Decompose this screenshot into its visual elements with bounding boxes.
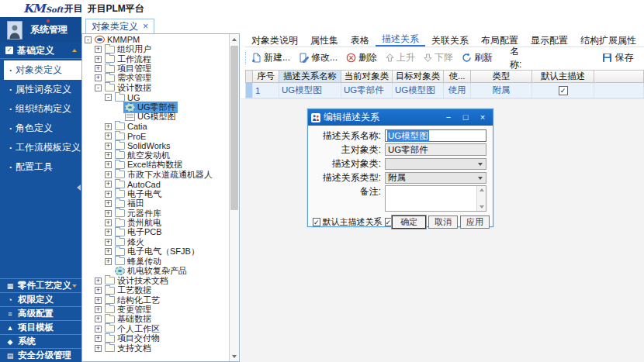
tree-item[interactable]: 设计数据 xyxy=(82,83,229,92)
tree-toggle-icon[interactable] xyxy=(95,65,102,72)
config-tab[interactable]: 表格 xyxy=(345,34,376,47)
tree-node[interactable]: UG模型图 xyxy=(123,111,178,122)
column-header-current-class[interactable]: 当前对象类 xyxy=(341,70,393,83)
tree-toggle-icon[interactable] xyxy=(95,297,102,304)
delete-button[interactable]: 删除 xyxy=(346,51,377,64)
sidebar-item[interactable]: 工作流模板定义 xyxy=(0,138,81,157)
sidebar-section[interactable]: 项目模板 xyxy=(0,320,81,334)
tree-toggle-icon[interactable] xyxy=(105,219,112,226)
tree-toggle-icon[interactable] xyxy=(105,94,112,101)
tree-item[interactable]: 组织用户 xyxy=(82,44,229,53)
sidebar-section[interactable]: 权限定义 xyxy=(0,292,81,306)
tree-toggle-icon[interactable] xyxy=(115,104,122,111)
save-button[interactable]: 保存 xyxy=(602,51,633,64)
tree-toggle-icon[interactable] xyxy=(105,267,112,274)
tree-toggle-icon[interactable] xyxy=(115,113,122,120)
tree-toggle-icon[interactable] xyxy=(95,56,102,63)
tree-toggle-icon[interactable] xyxy=(105,123,112,130)
tree-toggle-icon[interactable] xyxy=(95,345,102,352)
column-header-relation-name[interactable]: 描述关系名称 xyxy=(279,70,341,83)
tree-toggle-icon[interactable] xyxy=(105,248,112,255)
config-tab[interactable]: 显示配置 xyxy=(525,34,574,47)
tree-node[interactable]: ProE xyxy=(113,132,147,141)
tree-toggle-icon[interactable] xyxy=(105,171,112,178)
scroll-up-icon[interactable] xyxy=(230,34,239,44)
sidebar-item[interactable]: 属性词条定义 xyxy=(0,80,81,99)
name-filter-input[interactable] xyxy=(525,51,602,65)
ok-button[interactable]: 确定 xyxy=(392,215,426,229)
config-tab[interactable]: 关联关系 xyxy=(425,34,475,47)
tree-toggle-icon[interactable] xyxy=(95,84,102,91)
sidebar-section[interactable]: 系统 xyxy=(0,334,81,348)
config-tab[interactable]: 结构扩展属性 xyxy=(574,34,642,47)
user-avatar[interactable] xyxy=(7,21,23,40)
table-row[interactable]: 1 UG模型图 UG零部件 UG模型图 使用 附属 xyxy=(245,83,644,98)
tree-toggle-icon[interactable] xyxy=(105,210,112,217)
tab-object-class-definition[interactable]: 对象类定义 × xyxy=(85,19,154,33)
default-main-relation-checkbox[interactable] xyxy=(313,218,320,226)
minimize-icon[interactable]: − xyxy=(440,110,457,125)
tree-toggle-icon[interactable] xyxy=(105,181,112,188)
scroll-down-icon[interactable] xyxy=(230,351,239,361)
sidebar-item[interactable]: 配置工具 xyxy=(0,157,81,177)
sidebar-item[interactable]: 对象类定义 xyxy=(4,60,81,80)
tree-toggle-icon[interactable] xyxy=(105,191,112,198)
tree-node[interactable]: 市政下水道疏通机器人 xyxy=(113,169,214,181)
relation-name-input[interactable]: UG模型图 xyxy=(385,129,486,142)
sidebar-item[interactable]: 角色定义 xyxy=(0,119,81,138)
tree-toggle-icon[interactable] xyxy=(95,46,102,53)
tree-item[interactable]: UG模型图 xyxy=(82,112,229,122)
scrollbar-thumb[interactable] xyxy=(230,46,238,210)
maximize-icon[interactable]: □ xyxy=(457,110,474,125)
tree-item[interactable]: 设计技术文档 xyxy=(82,276,229,285)
tree-item[interactable]: 工作流程 xyxy=(82,54,229,64)
tree-toggle-icon[interactable] xyxy=(95,306,102,313)
secondary-checkbox[interactable] xyxy=(385,218,393,226)
default-main-checkbox[interactable] xyxy=(559,86,568,95)
tree-item[interactable]: 项目交付物 xyxy=(82,334,229,343)
row-selector-cell[interactable] xyxy=(245,83,253,98)
tree-toggle-icon[interactable] xyxy=(105,239,112,246)
column-header-usage[interactable]: 使... xyxy=(444,70,471,83)
sidebar-section[interactable]: 零件工艺定义 xyxy=(0,278,81,292)
remark-textarea[interactable] xyxy=(385,185,486,212)
modify-button[interactable]: 修改... xyxy=(299,51,338,64)
tree-toggle-icon[interactable] xyxy=(95,326,102,333)
close-icon[interactable]: × xyxy=(474,110,491,125)
refresh-button[interactable]: 刷新 xyxy=(462,51,493,64)
tree-toggle-icon[interactable] xyxy=(105,143,112,150)
remark-scrollbar[interactable] xyxy=(476,186,486,211)
move-down-button[interactable]: 下降 xyxy=(424,51,453,64)
column-header-seq[interactable]: 序号 xyxy=(253,70,279,83)
sidebar-item[interactable]: 组织结构定义 xyxy=(0,99,81,119)
tree-toggle-icon[interactable] xyxy=(95,287,102,294)
sidebar-section-base-definition[interactable]: ✓ 基础定义 xyxy=(0,43,81,59)
tree-scrollbar[interactable] xyxy=(229,34,239,361)
scroll-down-icon[interactable] xyxy=(477,203,486,211)
tree-toggle-icon[interactable] xyxy=(105,200,112,207)
tree-toggle-icon[interactable] xyxy=(95,335,102,342)
move-up-button[interactable]: 上升 xyxy=(386,51,415,64)
tree-node[interactable]: Catia xyxy=(113,122,149,131)
sidebar-section[interactable]: 高级配置 xyxy=(0,306,81,320)
new-button[interactable]: 新建... xyxy=(251,51,290,64)
cancel-button[interactable]: 取消 xyxy=(428,215,458,229)
tree-item[interactable]: Catia xyxy=(82,122,229,131)
column-header-target-class[interactable]: 目标对象类 xyxy=(393,70,444,83)
tree-item[interactable]: 支持文档 xyxy=(82,343,229,353)
tree-item[interactable]: ProE xyxy=(82,131,229,140)
sidebar-section[interactable]: 安全分级管理 xyxy=(0,348,81,362)
column-header-type[interactable]: 类型 xyxy=(471,70,532,83)
tree-item[interactable]: 市政下水道疏通机器人 xyxy=(82,170,229,179)
tree-toggle-icon[interactable] xyxy=(95,278,102,284)
config-tab[interactable]: 属性集 xyxy=(304,34,345,47)
dialog-titlebar[interactable]: 编辑描述关系 − □ × xyxy=(308,109,493,126)
relation-type-dropdown[interactable]: 附属 xyxy=(385,172,486,184)
scroll-up-icon[interactable] xyxy=(477,186,486,194)
column-header-default-main[interactable]: 默认主描述 xyxy=(532,70,594,83)
tree-node[interactable]: 支持文档 xyxy=(103,343,153,354)
config-tab[interactable]: 对象类说明 xyxy=(245,34,304,47)
tree-toggle-icon[interactable] xyxy=(105,161,112,168)
tree-item[interactable]: 电子PCB xyxy=(82,228,229,237)
close-icon[interactable]: × xyxy=(143,21,148,32)
